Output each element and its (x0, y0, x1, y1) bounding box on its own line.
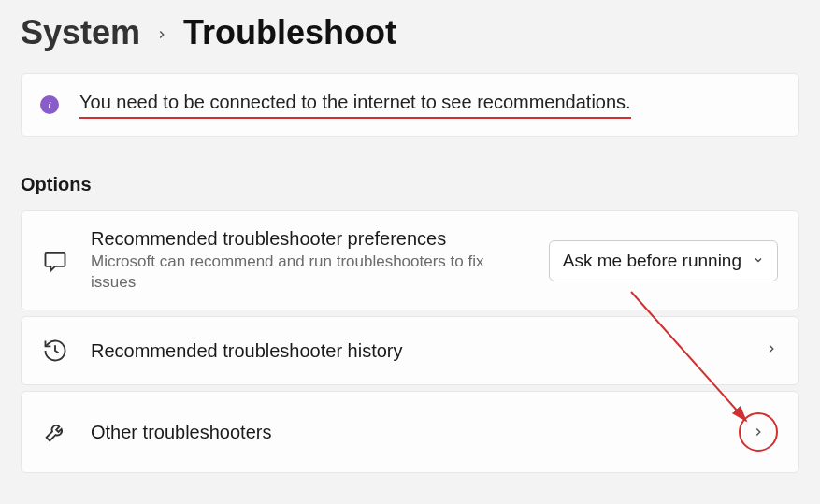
breadcrumb-parent[interactable]: System (21, 13, 140, 52)
info-banner: i You need to be connected to the intern… (21, 73, 799, 137)
card-preferences: Recommended troubleshooter preferences M… (21, 210, 799, 310)
card-preferences-title: Recommended troubleshooter preferences (91, 228, 526, 250)
wrench-icon (42, 419, 68, 445)
page-title: Troubleshoot (183, 13, 396, 52)
chat-icon (42, 248, 68, 274)
info-banner-text: You need to be connected to the internet… (79, 91, 631, 119)
annotation-circle (739, 412, 778, 452)
preferences-dropdown[interactable]: Ask me before running (549, 240, 778, 281)
chevron-right-icon (752, 425, 765, 439)
card-other-troubleshooters[interactable]: Other troubleshooters (21, 391, 799, 473)
section-header-options: Options (0, 137, 820, 205)
info-icon: i (40, 95, 59, 114)
card-history[interactable]: Recommended troubleshooter history (21, 316, 799, 385)
card-preferences-subtitle: Microsoft can recommend and run troubles… (91, 252, 493, 293)
history-icon (42, 338, 68, 364)
card-history-title: Recommended troubleshooter history (91, 340, 742, 362)
breadcrumb: System Troubleshoot (0, 0, 820, 52)
chevron-right-icon (765, 342, 778, 359)
chevron-down-icon (753, 253, 764, 268)
preferences-dropdown-value: Ask me before running (563, 251, 741, 271)
chevron-right-icon (155, 22, 168, 47)
card-other-title: Other troubleshooters (91, 422, 716, 443)
